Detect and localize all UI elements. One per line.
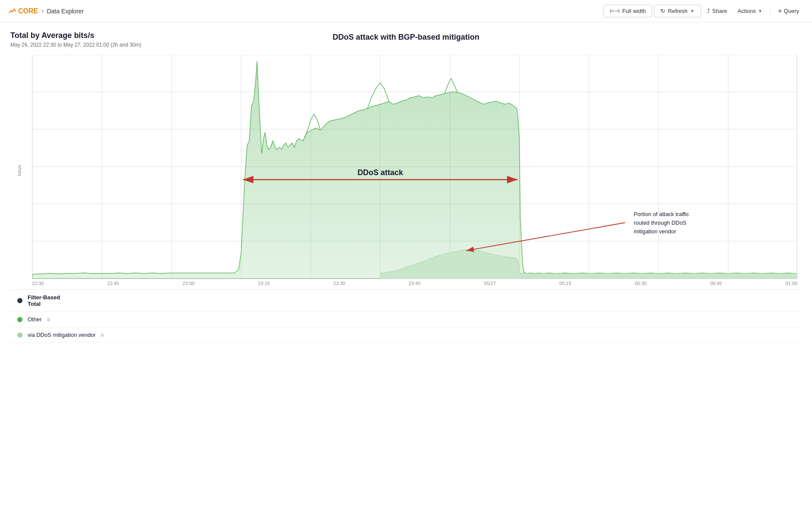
brand-name: CORE <box>18 7 38 15</box>
actions-label: Actions <box>737 8 756 14</box>
filter-icon-via-ddos[interactable]: ≡ <box>101 332 104 338</box>
x-axis: 22:30 22:45 23:00 23:15 23:30 23:45 05/2… <box>32 279 797 286</box>
actions-chevron-icon: ▼ <box>758 9 762 13</box>
svg-text:Portion of attack traffic: Portion of attack traffic <box>634 211 689 217</box>
full-width-button[interactable]: ⊢⊣ Full width <box>603 5 652 17</box>
share-label: Share <box>712 8 727 14</box>
x-label-5: 23:45 <box>409 281 421 286</box>
toolbar-divider <box>770 7 771 16</box>
legend-dot-via-ddos <box>17 333 22 338</box>
toolbar: ⊢⊣ Full width ↻ Refresh ▼ ⤴ Share Action… <box>603 5 803 17</box>
query-button[interactable]: ≡ Query <box>774 5 803 17</box>
svg-text:routed through DDoS: routed through DDoS <box>634 220 686 226</box>
refresh-button[interactable]: ↻ Refresh ▼ <box>654 5 701 17</box>
legend-dot-other <box>17 317 22 322</box>
brand-icon <box>9 7 16 15</box>
x-label-1: 22:45 <box>107 281 120 286</box>
legend-label-filter-based-total: Filter-Based Total <box>28 294 60 307</box>
x-label-3: 23:15 <box>258 281 270 286</box>
full-width-label: Full width <box>622 8 646 14</box>
full-width-icon: ⊢⊣ <box>610 8 619 14</box>
x-label-2: 23:00 <box>183 281 195 286</box>
svg-text:DDoS attack: DDoS attack <box>357 168 403 177</box>
filter-icon-other[interactable]: ≡ <box>47 317 50 323</box>
query-label: Query <box>784 8 799 14</box>
legend-item-filter-based-total: Filter-Based Total <box>10 290 802 312</box>
chart-meta-time: May 26, 2022 22:30 to May 27, 2022 01:00… <box>10 42 802 48</box>
brand-logo: CORE <box>9 7 38 15</box>
legend-item-other: Other ≡ <box>10 312 802 327</box>
x-label-8: 00:30 <box>635 281 647 286</box>
x-label-4: 23:30 <box>333 281 345 286</box>
share-button[interactable]: ⤴ Share <box>703 5 732 17</box>
legend-label-other: Other <box>28 316 42 323</box>
breadcrumb-separator: > <box>41 8 44 15</box>
refresh-chevron-icon: ▼ <box>690 9 695 13</box>
top-navigation-bar: CORE > Data Explorer ⊢⊣ Full width ↻ Ref… <box>0 0 812 22</box>
y-axis-label: bits/s <box>17 165 22 176</box>
chart-panel-title: DDoS attack with BGP-based mitigation <box>332 33 479 42</box>
main-content: Total by Average bits/s May 26, 2022 22:… <box>0 22 812 352</box>
legend-label-via-ddos: via DDoS mitigation vendor <box>28 332 96 338</box>
refresh-icon: ↻ <box>660 8 665 14</box>
refresh-label: Refresh <box>668 8 688 14</box>
x-label-7: 00:15 <box>559 281 572 286</box>
legend: Filter-Based Total Other ≡ via DDoS miti… <box>10 289 802 343</box>
breadcrumb: CORE > Data Explorer <box>9 7 84 15</box>
query-icon: ≡ <box>778 8 782 14</box>
x-label-6: 05/27 <box>484 281 496 286</box>
share-icon: ⤴ <box>707 8 710 14</box>
x-label-9: 00:45 <box>710 281 722 286</box>
x-label-0: 22:30 <box>32 281 44 286</box>
actions-button[interactable]: Actions ▼ <box>733 5 767 17</box>
legend-dot-filter-based-total <box>17 298 22 303</box>
chart-svg: DDoS attack Portion of attack traffic ro… <box>32 55 797 279</box>
legend-item-via-ddos: via DDoS mitigation vendor ≡ <box>10 327 802 343</box>
svg-text:mitigation vendor: mitigation vendor <box>634 228 676 235</box>
x-label-10: 01:00 <box>785 281 797 286</box>
breadcrumb-current: Data Explorer <box>47 8 84 15</box>
